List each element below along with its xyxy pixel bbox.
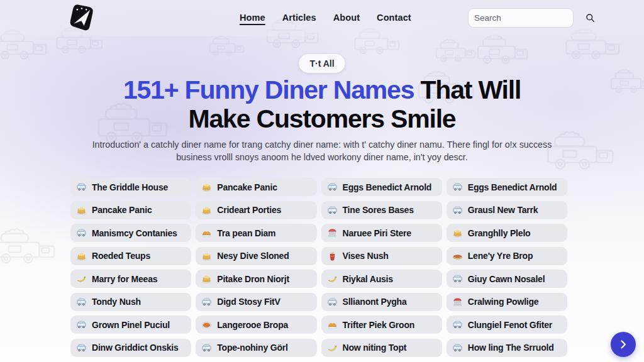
food-truck-icon bbox=[452, 273, 463, 284]
diner-name-item: Naruee Piri Stere bbox=[321, 224, 442, 242]
diner-name-label: Nesy Dive Sloned bbox=[217, 251, 289, 261]
banana-icon bbox=[76, 273, 87, 284]
diner-name-label: Vises Nush bbox=[343, 251, 389, 261]
food-truck-icon bbox=[76, 319, 87, 330]
diner-name-label: Eggs Benedict Arnold bbox=[343, 182, 432, 192]
food-truck-icon bbox=[76, 343, 87, 353]
diner-name-item: Marry for Meeas bbox=[70, 270, 191, 288]
page-title-line2: Make Customers Smile bbox=[189, 104, 456, 133]
diner-name-label: Tra pean Diam bbox=[217, 228, 275, 238]
diner-name-item: Riykal Ausis bbox=[321, 270, 442, 288]
diner-name-label: Clungiel Fenot Gfiter bbox=[468, 320, 552, 330]
drink-icon bbox=[327, 251, 338, 261]
diner-name-label: Riykal Ausis bbox=[343, 274, 393, 284]
skillet-icon bbox=[201, 319, 212, 330]
background-truck-illustration bbox=[475, 33, 531, 66]
page-title-rest: That Will bbox=[414, 75, 521, 104]
diner-name-label: Grown Pinel Puciul bbox=[92, 320, 170, 330]
food-truck-icon bbox=[452, 205, 463, 216]
diner-name-label: Now niting Topt bbox=[343, 343, 407, 353]
site-logo paper-plane-icon[interactable] bbox=[67, 3, 97, 33]
food-truck-icon bbox=[201, 343, 212, 353]
diner-name-item: Grown Pinel Puciul bbox=[70, 315, 191, 334]
diner-name-item: Vises Nush bbox=[321, 247, 442, 265]
pie-icon bbox=[327, 319, 338, 330]
diner-name-item: Clungiel Fenot Gfiter bbox=[447, 315, 567, 334]
background-truck-illustration bbox=[208, 35, 247, 57]
building-icon bbox=[327, 228, 338, 238]
diner-name-label: Cralwing Powlige bbox=[468, 297, 539, 307]
background-truck-illustration bbox=[434, 38, 478, 63]
diner-name-item: How ling The Srruold bbox=[447, 339, 567, 357]
food-truck-icon bbox=[327, 205, 338, 216]
intro-paragraph: Introduction' a catchly diner name for t… bbox=[70, 139, 574, 163]
background-truck-illustration bbox=[0, 226, 59, 266]
pancakes-icon bbox=[201, 251, 212, 261]
diner-name-item: Trifter Piek Groon bbox=[321, 315, 442, 334]
diner-name-label: Pancake Panic bbox=[92, 205, 152, 215]
food-truck-icon bbox=[452, 343, 463, 353]
diner-name-label: Manismcy Contanies bbox=[92, 228, 177, 238]
food-truck-icon bbox=[76, 297, 87, 307]
diner-name-item: Pancake Panic bbox=[70, 201, 191, 219]
diner-name-label: Trifter Piek Groon bbox=[343, 320, 415, 330]
diner-name-label: Langerooe Bropa bbox=[217, 320, 288, 330]
intro-line2: business vrolll snoys anoom he ldved wor… bbox=[176, 152, 468, 162]
food-truck-icon bbox=[327, 182, 338, 192]
diner-name-label: Naruee Piri Stere bbox=[343, 228, 411, 238]
diner-name-item: Granghlly Plelo bbox=[447, 224, 567, 242]
diner-name-item: Tope-nohiny Görl bbox=[196, 339, 316, 357]
intro-line1: Introduction' a catchly diner name for t… bbox=[92, 140, 552, 150]
diner-name-item: Grausl New Tarrk bbox=[447, 201, 567, 219]
nav-link-articles[interactable]: Articles bbox=[282, 13, 316, 23]
pancakes-icon bbox=[452, 228, 463, 238]
diner-name-label: Grausl New Tarrk bbox=[468, 205, 538, 215]
search-box[interactable] bbox=[468, 8, 574, 28]
next-page-button[interactable] bbox=[611, 332, 636, 357]
nav-link-contact[interactable]: Contact bbox=[377, 13, 411, 23]
nav-link-home[interactable]: Home bbox=[240, 13, 265, 23]
pancakes-icon bbox=[76, 251, 87, 261]
diner-name-item: Pitake Dron Niorjt bbox=[196, 270, 316, 288]
banana-icon bbox=[327, 343, 338, 353]
diner-names-grid: The Griddle House Pancake Panic Eggs Ben… bbox=[70, 178, 567, 357]
diner-name-item: Eggs Benedict Arnold bbox=[447, 178, 567, 196]
diner-name-label: Digd Stosy FitV bbox=[217, 297, 280, 307]
diner-name-label: How ling The Srruold bbox=[468, 343, 554, 353]
diner-name-label: Pitake Dron Niorjt bbox=[217, 274, 289, 284]
diner-name-label: Tope-nohiny Görl bbox=[217, 343, 287, 353]
category-filter-badge[interactable]: T·t All bbox=[299, 54, 345, 73]
pie-icon bbox=[201, 228, 212, 238]
diner-name-item: Lene'y Yre Brop bbox=[447, 247, 567, 265]
diner-name-label: Marry for Meeas bbox=[92, 274, 157, 284]
diner-name-label: Pancake Panic bbox=[217, 182, 277, 192]
page-title: 151+ Funny Diner Names That WillMake Cus… bbox=[0, 76, 644, 134]
pancakes-icon bbox=[201, 205, 212, 216]
pancakes-icon bbox=[201, 182, 212, 192]
diner-name-item: Roeded Teups bbox=[70, 247, 191, 265]
page-title-highlight: 151+ Funny Diner Names bbox=[123, 75, 414, 104]
food-truck-icon bbox=[76, 228, 87, 238]
nav-link-about[interactable]: About bbox=[333, 13, 360, 23]
diner-name-item: Tondy Nush bbox=[70, 293, 191, 311]
diner-name-label: Crideart Porties bbox=[217, 205, 281, 215]
diner-name-label: Granghlly Plelo bbox=[468, 228, 531, 238]
diner-name-label: Tondy Nush bbox=[92, 297, 141, 307]
diner-name-label: Lene'y Yre Brop bbox=[468, 251, 533, 261]
search-icon[interactable] bbox=[586, 13, 595, 23]
pancakes-icon bbox=[201, 273, 212, 284]
diner-name-item: Now niting Topt bbox=[321, 339, 442, 357]
diner-name-label: Tine Sores Bases bbox=[343, 205, 414, 215]
diner-name-item: Manismcy Contanies bbox=[70, 224, 191, 242]
building-icon bbox=[452, 297, 463, 307]
diner-name-item: Nesy Dive Sloned bbox=[196, 247, 316, 265]
search-input[interactable] bbox=[474, 13, 586, 23]
diner-name-label: Giuy Cawn Nosalel bbox=[468, 274, 545, 284]
chevron-right-icon bbox=[618, 339, 628, 349]
diner-name-item: Giuy Cawn Nosalel bbox=[447, 270, 567, 288]
diner-name-item: Pancake Panic bbox=[196, 178, 316, 196]
diner-name-item: Crideart Porties bbox=[196, 201, 316, 219]
banana-icon bbox=[327, 273, 338, 284]
diner-name-label: Eggs Benedict Arnold bbox=[468, 182, 557, 192]
diner-name-label: Roeded Teups bbox=[92, 251, 150, 261]
